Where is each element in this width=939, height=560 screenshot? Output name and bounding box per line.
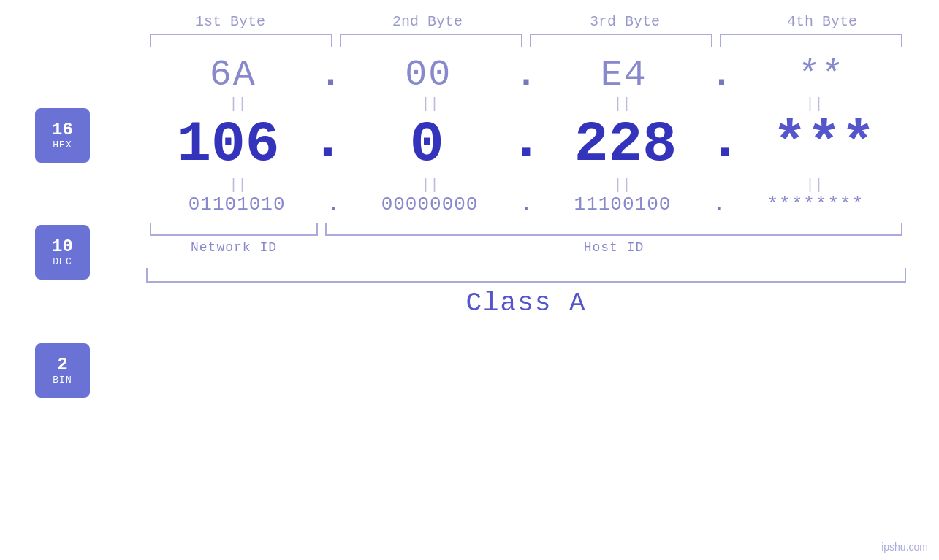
- bin-byte2: 00000000: [339, 193, 520, 215]
- bottom-brackets: Network ID Host ID: [146, 223, 906, 255]
- hex-byte1: 6A: [146, 54, 319, 96]
- eq2-b3: ||: [531, 177, 714, 193]
- hex-byte2: 00: [342, 54, 515, 96]
- top-bracket-2: [340, 34, 522, 47]
- hex-dot3: .: [710, 54, 732, 96]
- host-id-bracket-line: [325, 223, 902, 236]
- class-section: Class A: [146, 268, 906, 318]
- byte1-header: 1st Byte: [146, 13, 314, 30]
- column-headers: 1st Byte 2nd Byte 3rd Byte 4th Byte: [146, 0, 906, 30]
- byte3-header: 3rd Byte: [541, 13, 709, 30]
- bin-row: 01101010 . 00000000 . 11100100 . *******…: [146, 193, 906, 215]
- dec-row: 106 . 0 . 228 . ***: [146, 112, 906, 177]
- host-id-label: Host ID: [325, 240, 902, 255]
- bin-byte4: ********: [725, 193, 906, 215]
- dec-dot3: .: [707, 112, 742, 177]
- eq1-b2: ||: [338, 96, 522, 112]
- dec-byte2: 0: [345, 116, 509, 173]
- equals-row-2: || || || ||: [146, 177, 906, 193]
- network-id-bracket-line: [150, 223, 318, 236]
- dec-dot1: .: [311, 112, 345, 177]
- bin-badge: 2 BIN: [35, 343, 90, 398]
- host-id-bracket-container: Host ID: [325, 223, 902, 255]
- eq2-b2: ||: [338, 177, 522, 193]
- dec-dot2: .: [509, 112, 544, 177]
- byte4-header: 4th Byte: [738, 13, 906, 30]
- top-bracket-1: [150, 34, 332, 47]
- network-id-label: Network ID: [150, 240, 318, 255]
- top-brackets: [146, 34, 906, 47]
- page-container: 16 HEX 10 DEC 2 BIN 1st Byte 2nd Byte 3r…: [0, 0, 939, 560]
- bin-dot2: .: [520, 193, 532, 215]
- bin-byte1: 01101010: [146, 193, 327, 215]
- hex-byte3: E4: [537, 54, 710, 96]
- dec-byte4: ***: [742, 116, 906, 173]
- class-bracket-line: [146, 268, 906, 283]
- dec-byte1: 106: [146, 116, 311, 173]
- bin-byte3: 11100100: [532, 193, 713, 215]
- eq2-b4: ||: [723, 177, 906, 193]
- hex-row: 6A . 00 . E4 . **: [146, 54, 906, 96]
- eq2-b1: ||: [146, 177, 330, 193]
- dec-byte3: 228: [543, 116, 707, 173]
- eq1-b4: ||: [723, 96, 906, 112]
- eq1-b3: ||: [531, 96, 714, 112]
- eq1-b1: ||: [146, 96, 330, 112]
- top-bracket-3: [530, 34, 712, 47]
- top-bracket-4: [720, 34, 902, 47]
- watermark: ipshu.com: [881, 541, 928, 553]
- bin-base-label: BIN: [53, 375, 72, 386]
- bin-base-number: 2: [57, 356, 67, 375]
- class-label: Class A: [146, 288, 906, 318]
- hex-dot2: .: [515, 54, 537, 96]
- main-content: 1st Byte 2nd Byte 3rd Byte 4th Byte 6A .…: [0, 0, 939, 318]
- bin-dot1: .: [327, 193, 339, 215]
- network-id-bracket-container: Network ID: [150, 223, 318, 255]
- hex-byte4: **: [733, 54, 906, 96]
- bin-dot3: .: [713, 193, 725, 215]
- hex-dot1: .: [319, 54, 341, 96]
- byte2-header: 2nd Byte: [343, 13, 512, 30]
